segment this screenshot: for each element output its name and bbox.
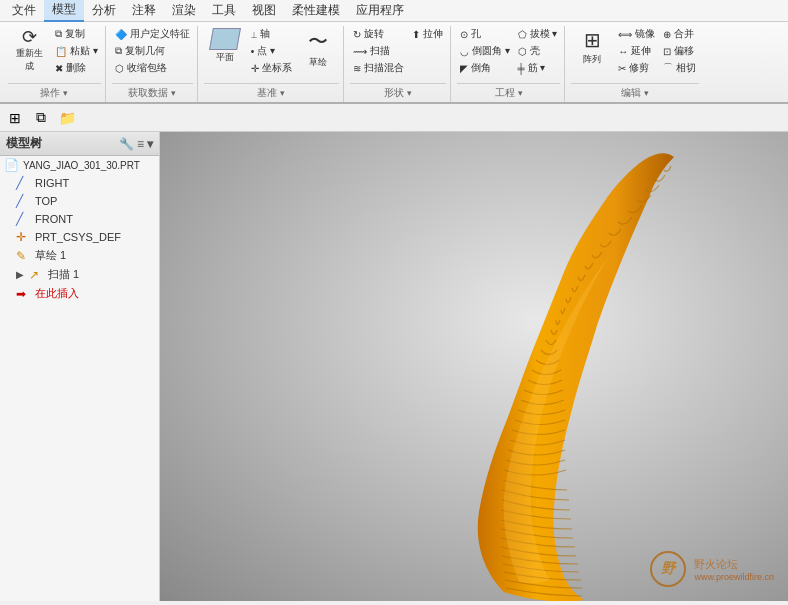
main-area: 模型树 🔧 ≡ ▾ 📄 YANG_JIAO_301_30.PRT ╱ RIGHT… [0, 132, 788, 601]
btn-point[interactable]: •点 ▾ [248, 43, 295, 59]
btn-extrude[interactable]: ⬆拉伸 [409, 26, 446, 42]
tree-item-sweep1[interactable]: ▶ ↗ 扫描 1 [12, 265, 159, 284]
tree-item-right-label: RIGHT [35, 177, 69, 189]
btn-trim[interactable]: ✂修剪 [615, 60, 658, 76]
btn-shrinkwrap[interactable]: ⬡收缩包络 [112, 60, 193, 76]
btn-hole[interactable]: ⊙孔 [457, 26, 513, 42]
left-panel: 模型树 🔧 ≡ ▾ 📄 YANG_JIAO_301_30.PRT ╱ RIGHT… [0, 132, 160, 601]
getdata-chevron: ▾ [171, 88, 176, 98]
toolbar-btn-folder[interactable]: 📁 [56, 107, 78, 129]
ribbon: ⟳ 重新生成 ⧉复制 📋粘贴 ▾ ✖删除 操作 ▾ 🔷用户定义特征 ⧉复制几何 [0, 22, 788, 104]
csys-icon: ✛ [16, 230, 32, 244]
tree-item-right[interactable]: ╱ RIGHT [12, 174, 159, 192]
horn-container [444, 152, 744, 601]
pattern-icon: ⊞ [584, 28, 601, 52]
rib-icon: ╪ [518, 63, 525, 74]
tree-item-insert[interactable]: ➡ 在此插入 [12, 284, 159, 303]
group-engineering-label: 工程 [495, 86, 515, 100]
btn-chamfer[interactable]: ◤倒角 [457, 60, 513, 76]
btn-offset[interactable]: ⊡偏移 [660, 43, 699, 59]
tree-item-sketch1[interactable]: ✎ 草绘 1 [12, 246, 159, 265]
delete-icon: ✖ [55, 63, 63, 74]
group-datum-label: 基准 [257, 86, 277, 100]
menu-view[interactable]: 视图 [244, 0, 284, 21]
front-icon: ╱ [16, 212, 32, 226]
menu-annotation[interactable]: 注释 [124, 0, 164, 21]
menu-file[interactable]: 文件 [4, 0, 44, 21]
top-icon: ╱ [16, 194, 32, 208]
engineering-chevron: ▾ [518, 88, 523, 98]
extrude-icon: ⬆ [412, 29, 420, 40]
panel-dropdown-icon[interactable]: ▾ [147, 137, 153, 151]
panel-menu-icon[interactable]: ≡ [137, 137, 144, 151]
point-icon: • [251, 46, 255, 57]
hole-icon: ⊙ [460, 29, 468, 40]
btn-rib[interactable]: ╪筋 ▾ [515, 60, 561, 76]
offset-icon: ⊡ [663, 46, 671, 57]
menu-apps[interactable]: 应用程序 [348, 0, 412, 21]
tree-item-csys-label: PRT_CSYS_DEF [35, 231, 121, 243]
ribbon-group-engineering: ⊙孔 ◡倒圆角 ▾ ◤倒角 ⬠拔模 ▾ ⬡壳 ╪筋 ▾ 工程 ▾ [453, 26, 566, 102]
menu-analysis[interactable]: 分析 [84, 0, 124, 21]
btn-sketch-label: 草绘 [309, 56, 327, 69]
btn-axis[interactable]: ⟂轴 [248, 26, 295, 42]
btn-coord[interactable]: ✛坐标系 [248, 60, 295, 76]
menu-model[interactable]: 模型 [44, 0, 84, 22]
toolbar-btn-grid[interactable]: ⊞ [4, 107, 26, 129]
regenerate-icon: ⟳ [22, 28, 37, 46]
btn-regenerate[interactable]: ⟳ 重新生成 [8, 26, 50, 75]
btn-merge[interactable]: ⊕合并 [660, 26, 699, 42]
btn-pattern-label: 阵列 [583, 53, 601, 66]
btn-copy[interactable]: ⧉复制 [52, 26, 101, 42]
btn-draft[interactable]: ⬠拔模 ▾ [515, 26, 561, 42]
btn-shell[interactable]: ⬡壳 [515, 43, 561, 59]
toolbar: ⊞ ⧉ 📁 [0, 104, 788, 132]
tree-root-label: YANG_JIAO_301_30.PRT [23, 160, 140, 171]
btn-copy-geo[interactable]: ⧉复制几何 [112, 43, 193, 59]
btn-plane-label: 平面 [216, 51, 234, 64]
btn-user-feature[interactable]: 🔷用户定义特征 [112, 26, 193, 42]
btn-pattern[interactable]: ⊞ 阵列 [571, 26, 613, 68]
mirror-icon: ⟺ [618, 29, 632, 40]
menu-render[interactable]: 渲染 [164, 0, 204, 21]
watermark-name: 野火论坛 [694, 557, 774, 572]
viewport-inner: 野 野火论坛 www.proewildfire.cn [160, 132, 788, 601]
sweep-expand-icon: ▶ [16, 269, 24, 280]
watermark-logo: 野 [650, 551, 686, 587]
ribbon-group-edit: ⊞ 阵列 ⟺镜像 ↔延伸 ✂修剪 ⊕合并 ⊡偏移 ⌒相切 编辑 ▾ [567, 26, 703, 102]
sketch1-icon: ✎ [16, 249, 32, 263]
btn-round[interactable]: ◡倒圆角 ▾ [457, 43, 513, 59]
menu-flexible[interactable]: 柔性建模 [284, 0, 348, 21]
trim-icon: ✂ [618, 63, 626, 74]
btn-revolve[interactable]: ↻旋转 [350, 26, 407, 42]
watermark-url: www.proewildfire.cn [694, 572, 774, 582]
panel-settings-icon[interactable]: 🔧 [119, 137, 134, 151]
tree-root[interactable]: 📄 YANG_JIAO_301_30.PRT [0, 156, 159, 174]
operations-chevron: ▾ [63, 88, 68, 98]
paste-icon: 📋 [55, 46, 67, 57]
btn-sketch[interactable]: 〜 草绘 [297, 26, 339, 71]
ribbon-group-shape: ↻旋转 ⟿扫描 ≋扫描混合 ⬆拉伸 形状 ▾ [346, 26, 451, 102]
tree-item-front[interactable]: ╱ FRONT [12, 210, 159, 228]
btn-mirror[interactable]: ⟺镜像 [615, 26, 658, 42]
menu-tools[interactable]: 工具 [204, 0, 244, 21]
btn-sweep[interactable]: ⟿扫描 [350, 43, 407, 59]
btn-tangent[interactable]: ⌒相切 [660, 60, 699, 76]
tree-item-csys[interactable]: ✛ PRT_CSYS_DEF [12, 228, 159, 246]
toolbar-btn-copy[interactable]: ⧉ [30, 107, 52, 129]
btn-plane[interactable]: 平面 [204, 26, 246, 66]
btn-sweepmix[interactable]: ≋扫描混合 [350, 60, 407, 76]
tangent-icon: ⌒ [663, 61, 673, 75]
btn-paste[interactable]: 📋粘贴 ▾ [52, 43, 101, 59]
btn-extend[interactable]: ↔延伸 [615, 43, 658, 59]
copy-icon: ⧉ [55, 28, 62, 40]
axis-icon: ⟂ [251, 29, 257, 40]
panel-header: 模型树 🔧 ≡ ▾ [0, 132, 159, 156]
edit-chevron: ▾ [644, 88, 649, 98]
viewport[interactable]: 野 野火论坛 www.proewildfire.cn [160, 132, 788, 601]
menu-bar: 文件 模型 分析 注释 渲染 工具 视图 柔性建模 应用程序 [0, 0, 788, 22]
tree-item-top[interactable]: ╱ TOP [12, 192, 159, 210]
btn-delete[interactable]: ✖删除 [52, 60, 101, 76]
tree-item-sketch1-label: 草绘 1 [35, 248, 66, 263]
round-icon: ◡ [460, 46, 469, 57]
